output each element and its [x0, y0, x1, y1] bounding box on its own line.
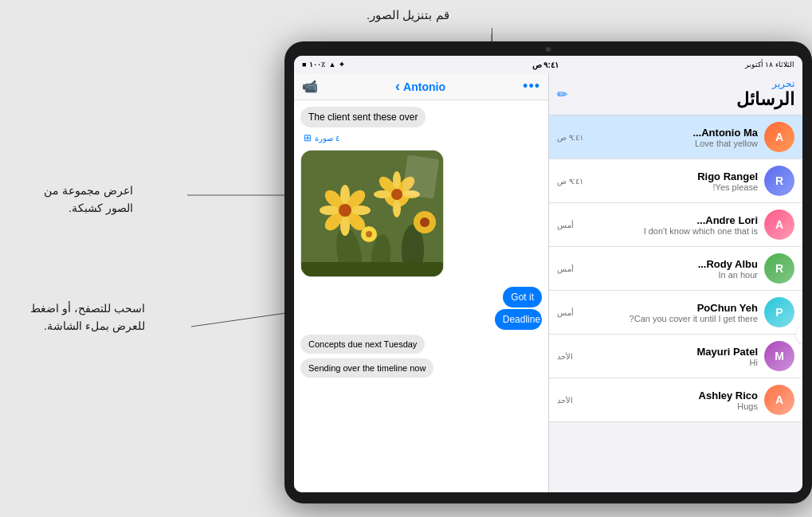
thread-name: Mayuri Patel [579, 346, 758, 358]
camera [546, 47, 551, 52]
thread-name: Rigo Rangel [590, 170, 758, 182]
thread-preview: Love that yellow [590, 139, 758, 148]
svg-point-23 [374, 190, 391, 198]
thread-preview: Hi [579, 358, 758, 367]
status-bar: ■ ١٠٠٪ ▲ ✦ ٩:٤١ ص الثلاثاء ١٨ أكتوبر [294, 56, 802, 73]
thread-preview: In an hour [580, 270, 758, 280]
messages-panel: ✏ تحرير الرسائل A Antonio [549, 73, 802, 492]
message-text: Deadline? [503, 314, 546, 325]
signal-icon: ✦ [339, 61, 345, 69]
svg-point-28 [420, 217, 430, 227]
back-chevron-icon[interactable]: ‹ [395, 78, 400, 95]
thread-time: الأحد [557, 396, 573, 405]
conversation-title: Antonio [403, 80, 445, 93]
photo-count: ٤ صورة [315, 134, 339, 143]
photo-bubble[interactable] [300, 150, 444, 277]
svg-point-13 [320, 206, 339, 215]
thread-item-rigo[interactable]: R Rigo Rangel Yes please! ٩:٤١ ص [549, 159, 802, 203]
svg-rect-31 [301, 262, 444, 277]
panel-actions: ✏ [557, 87, 567, 102]
message-bubble-got-it: Got it [503, 287, 542, 307]
message-text: Got it [511, 292, 534, 303]
thread-content-mayuri: Mayuri Patel Hi [579, 346, 758, 367]
message-bubble-incoming: The client sent these over [300, 107, 426, 127]
thread-content-pochun: PoChun Yeh Can you cover it until I get … [580, 302, 758, 323]
message-text: Concepts due next Tuesday [308, 339, 417, 349]
battery-icon: ■ [302, 61, 306, 69]
thread-time: ٩:٤١ ص [557, 177, 583, 186]
messages-list[interactable]: The client sent these over ⊞ ٤ صورة [294, 100, 548, 492]
thread-preview: Can you cover it until I get there? [580, 314, 758, 323]
thread-name: Andre Lori... [580, 214, 758, 226]
ipad-screen: ■ ١٠٠٪ ▲ ✦ ٩:٤١ ص الثلاثاء ١٨ أكتوبر 📹 ‹… [294, 56, 802, 492]
photo-corner-decoration [402, 155, 440, 198]
message-bubble-sending: Sending over the timeline now [300, 358, 433, 378]
thread-content-antonio: Antonio Ma... Love that yellow [590, 127, 758, 148]
conv-header-center: ‹ Antonio [395, 78, 445, 95]
thread-item-antonio[interactable]: A Antonio Ma... Love that yellow ٩:٤١ ص [549, 116, 802, 159]
avatar-andre: A [764, 210, 794, 240]
thread-time: أمس [557, 221, 574, 229]
grid-icon: ⊞ [304, 132, 312, 143]
edit-button[interactable]: تحرير [772, 78, 794, 89]
photo-grid-label[interactable]: ⊞ ٤ صورة [300, 132, 339, 143]
thread-preview: Hugs [579, 401, 758, 411]
status-date: الثلاثاء ١٨ أكتوبر [745, 61, 794, 69]
avatar-rody: R [764, 253, 794, 284]
svg-point-14 [351, 206, 371, 215]
thread-item-mayuri[interactable]: M Mayuri Patel Hi الأحد [549, 335, 802, 378]
thread-time: ٩:٤١ ص [557, 133, 583, 142]
thread-time: أمس [557, 308, 574, 317]
avatar-pochun: P [764, 297, 794, 327]
status-left: ■ ١٠٠٪ ▲ ✦ [302, 61, 345, 69]
thread-name: Rody Albu... [580, 258, 758, 270]
status-time: ٩:٤١ ص [532, 61, 559, 69]
message-bubble-concepts: Concepts due next Tuesday [300, 335, 425, 354]
thread-item-pochun[interactable]: P PoChun Yeh Can you cover it until I ge… [549, 291, 802, 335]
thread-content-ashley: Ashley Rico Hugs [579, 390, 758, 411]
video-call-icon[interactable]: 📹 [302, 79, 318, 94]
app-container: 📹 ‹ Antonio ••• The client sent these ov… [294, 73, 802, 492]
thread-preview: Yes please! [590, 182, 758, 192]
grid-annotation: اعرض مجموعة من الصور كشبكة. [44, 182, 133, 217]
thread-item-rody[interactable]: R Rody Albu... In an hour أمس [549, 247, 802, 291]
panel-title-group: تحرير الرسائل [736, 78, 794, 110]
thread-item-ashley[interactable]: A Ashley Rico Hugs الأحد [549, 378, 802, 422]
top-callout: قم بتنزيل الصور. [367, 6, 449, 25]
svg-point-10 [339, 204, 351, 217]
conv-header: 📹 ‹ Antonio ••• [294, 73, 548, 100]
messages-panel-header: ✏ تحرير الرسائل [549, 73, 802, 116]
thread-name: Antonio Ma... [590, 127, 758, 139]
thread-name: PoChun Yeh [580, 302, 758, 314]
wifi-icon: ▲ [328, 61, 335, 69]
messages-panel-title: الرسائل [736, 89, 794, 110]
more-options-icon[interactable]: ••• [523, 78, 540, 95]
svg-point-30 [366, 231, 372, 237]
svg-point-11 [340, 185, 350, 204]
avatar-antonio: A [764, 122, 794, 152]
scroll-annotation: اسحب للتصفح، أو اضغط للعرض بملء الشاشة. [30, 300, 145, 335]
message-text: Sending over the timeline now [308, 363, 426, 373]
message-bubble-deadline: Deadline? [495, 309, 542, 330]
avatar-rigo: R [764, 166, 794, 196]
compose-icon[interactable]: ✏ [557, 87, 567, 102]
thread-preview: I don't know which one that is [580, 226, 758, 236]
thread-content-rigo: Rigo Rangel Yes please! [590, 170, 758, 192]
svg-point-21 [393, 171, 401, 189]
svg-point-20 [391, 189, 402, 200]
avatar-ashley: A [764, 385, 794, 415]
thread-name: Ashley Rico [579, 390, 758, 401]
thread-content-rody: Rody Albu... In an hour [580, 258, 758, 280]
thread-content-andre: Andre Lori... I don't know which one tha… [580, 214, 758, 236]
svg-point-12 [340, 217, 350, 236]
thread-list[interactable]: A Antonio Ma... Love that yellow ٩:٤١ ص … [549, 116, 802, 492]
avatar-mayuri: M [764, 341, 794, 371]
outgoing-message-group: Got it Deadline? [483, 287, 542, 330]
thread-time: أمس [557, 264, 574, 273]
battery-level: ١٠٠٪ [309, 61, 325, 69]
thread-time: الأحد [557, 352, 573, 361]
svg-point-22 [393, 200, 401, 217]
thread-item-andre[interactable]: A Andre Lori... I don't know which one t… [549, 203, 802, 247]
message-text: The client sent these over [308, 112, 418, 123]
ipad-frame: ■ ١٠٠٪ ▲ ✦ ٩:٤١ ص الثلاثاء ١٨ أكتوبر 📹 ‹… [284, 41, 812, 503]
